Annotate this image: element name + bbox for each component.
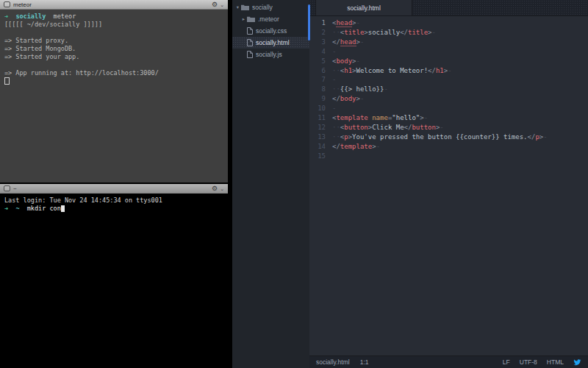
line-number: 6 (314, 66, 332, 76)
invisible-char: - (356, 19, 360, 26)
twitter-bird-icon[interactable] (573, 358, 581, 367)
code-token: body (340, 95, 356, 102)
code-token: template (336, 114, 368, 121)
code-line[interactable]: 1<head>- (309, 18, 588, 28)
terminal-window-shell: ~ ⚙ ⌄ Last login: Tue Nov 24 14:45:34 on… (0, 184, 228, 368)
file-icon (247, 39, 253, 46)
terminal-header[interactable]: ~ ⚙ ⌄ (0, 184, 228, 194)
terminal-line (4, 29, 223, 37)
code-content (332, 152, 336, 161)
line-number: 1 (314, 18, 332, 28)
code-line[interactable]: 3</head>- (309, 38, 588, 47)
invisible-char: ·· (332, 124, 340, 131)
code-token: </ (528, 133, 536, 141)
line-number: 4 (314, 47, 332, 57)
terminal-text (8, 205, 15, 212)
code-line[interactable]: 4- (309, 47, 588, 57)
code-token: Click Me (372, 124, 404, 131)
code-content: ··<title>socially</title>- (332, 28, 436, 38)
line-number: 12 (314, 123, 332, 132)
terminal-tab-title: meteor (13, 0, 32, 10)
editor-window: ▾socially▸.meteorsocially.csssocially.ht… (232, 0, 588, 368)
code-token: </ (332, 38, 340, 46)
code-token: head (336, 19, 352, 27)
folder-icon (247, 16, 255, 22)
code-token: h1 (436, 67, 444, 74)
terminal-line: [[[[[ ~/dev/socially ]]]]] (4, 21, 223, 29)
tab-bar: socially.html (309, 0, 588, 16)
invisible-char: ·· (332, 85, 340, 93)
gear-icon[interactable]: ⚙ (212, 1, 218, 8)
code-line[interactable]: 11<template name="hello">- (309, 113, 588, 123)
invisible-char: - (332, 105, 336, 112)
tree-item-label: socially.js (256, 51, 282, 58)
line-number: 15 (314, 152, 332, 161)
code-line[interactable]: 15 (309, 152, 588, 161)
code-token: template (340, 143, 372, 150)
status-cursor-position[interactable]: 1:1 (360, 358, 369, 366)
code-line[interactable]: 8··{{> hello}}- (309, 85, 588, 94)
terminal-line: => Started MongoDB. (4, 45, 223, 53)
tree-item-.meteor[interactable]: ▸.meteor (232, 13, 309, 25)
gear-icon[interactable]: ⚙ (212, 185, 218, 192)
code-content: - (332, 47, 336, 57)
line-number: 14 (314, 142, 332, 152)
line-number: 7 (314, 75, 332, 85)
code-line[interactable]: 10- (309, 104, 588, 113)
code-line[interactable]: 7- (309, 75, 588, 85)
editor-pane: socially.html 1<head>-2··<title>socially… (309, 0, 588, 368)
tree-scrollbar[interactable] (308, 4, 310, 40)
line-number: 13 (314, 132, 332, 142)
invisible-char: ·· (332, 67, 340, 74)
terminal-output[interactable]: Last login: Tue Nov 24 14:45:34 on ttys0… (0, 194, 228, 213)
terminal-tab-icon (4, 1, 10, 7)
status-line-ending[interactable]: LF (503, 358, 510, 366)
code-token: </ (332, 95, 340, 102)
tab-socially-html[interactable]: socially.html (315, 0, 412, 15)
tree-item-label: socially (252, 4, 273, 11)
invisible-char: - (432, 29, 436, 36)
invisible-char: - (424, 114, 428, 121)
terminal-text: socially (15, 13, 46, 20)
code-token: name (372, 114, 388, 121)
terminal-output[interactable]: ➜ socially meteor[[[[[ ~/dev/socially ]]… (0, 10, 228, 86)
file-icon (247, 27, 253, 35)
invisible-char: - (448, 67, 451, 74)
invisible-char: - (356, 57, 360, 65)
code-token: title (344, 29, 364, 36)
code-token: </ (332, 143, 340, 150)
twitter-bird-icon (573, 358, 581, 367)
code-editor[interactable]: 1<head>-2··<title>socially</title>-3</he… (309, 16, 588, 355)
terminal-tab-title: ~ (13, 184, 17, 194)
status-encoding[interactable]: UTF-8 (520, 358, 537, 366)
code-token: </ (428, 67, 436, 74)
desktop: meteor ⚙ ⌄ ➜ socially meteor[[[[[ ~/dev/… (0, 0, 588, 368)
status-file-name[interactable]: socially.html (316, 358, 350, 366)
chevron-down-icon[interactable]: ⌄ (220, 2, 224, 7)
code-line[interactable]: 5<body>- (309, 57, 588, 66)
tree-item-socially.js[interactable]: socially.js (232, 49, 309, 60)
file-tree: ▾socially▸.meteorsocially.csssocially.ht… (232, 0, 309, 368)
code-line[interactable]: 2··<title>socially</title>- (309, 28, 588, 38)
file-icon (247, 39, 253, 46)
tree-item-socially.css[interactable]: socially.css (232, 25, 309, 37)
code-line[interactable]: 12··<button>Click Me</button>- (309, 123, 588, 132)
invisible-char: - (332, 48, 336, 55)
code-line[interactable]: 14</template>- (309, 142, 588, 152)
code-line[interactable]: 6··<h1>Welcome to Meteor!</h1>- (309, 66, 588, 76)
code-line[interactable]: 9</body>- (309, 94, 588, 104)
folder-icon (247, 16, 255, 22)
terminal-window-meteor: meteor ⚙ ⌄ ➜ socially meteor[[[[[ ~/dev/… (0, 0, 228, 183)
status-grammar[interactable]: HTML (547, 358, 564, 366)
terminal-header[interactable]: meteor ⚙ ⌄ (0, 0, 228, 10)
terminal-text: Last login: Tue Nov 24 14:45:34 on ttys0… (4, 197, 162, 204)
line-number: 11 (314, 113, 332, 123)
tree-item-socially.html[interactable]: socially.html (232, 37, 309, 49)
chevron-down-icon: ▾ (234, 4, 241, 10)
terminal-text: => Started MongoDB. (4, 45, 76, 52)
chevron-down-icon[interactable]: ⌄ (220, 186, 224, 191)
code-content: ··<h1>Welcome to Meteor!</h1>- (332, 66, 452, 76)
tree-item-socially[interactable]: ▾socially (232, 1, 309, 13)
code-line[interactable]: 13··<p>You've pressed the button {{count… (309, 132, 588, 142)
terminal-line: => Started proxy. (4, 37, 223, 45)
